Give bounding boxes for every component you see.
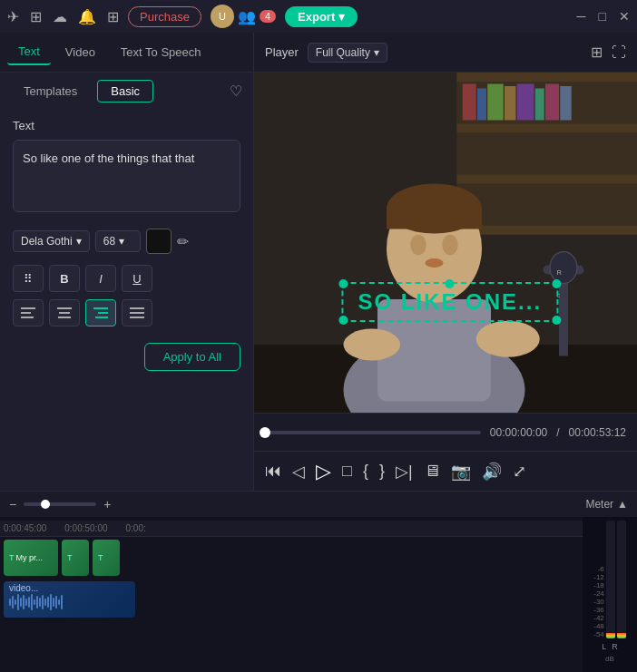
main-content: Text Video Text To Speech Templates Basi… [0,33,637,491]
wave-bar [61,595,63,609]
meter-fill-r [617,633,626,639]
apply-to-all-button[interactable]: Apply to All [144,343,240,371]
wave-bar [20,598,22,607]
italic-button[interactable]: I [85,265,116,292]
tab-video[interactable]: Video [54,40,106,64]
bold-button[interactable]: B [49,265,80,292]
track-row-text: T My pr... T T [0,537,583,579]
meter-chevron-icon: ▲ [617,498,628,511]
playhead[interactable] [260,427,270,438]
svg-rect-6 [93,307,108,309]
mark-in-button[interactable]: { [363,462,368,481]
quality-value: Full Quality [316,46,370,59]
export-button[interactable]: Export ▾ [285,6,358,27]
settings-icon[interactable]: ⤢ [513,462,526,482]
align-center-button[interactable] [49,299,80,326]
clip-video-1[interactable]: video... [4,581,135,618]
svg-point-35 [426,258,444,268]
sub-tab-basic[interactable]: Basic [97,80,153,102]
spacing-button[interactable]: ⠿ [13,265,44,292]
close-button[interactable]: ✕ [619,9,630,24]
handle-tr[interactable] [552,279,561,288]
clip-text-1[interactable]: T My pr... [4,540,58,576]
align-left-button[interactable] [13,299,44,326]
color-swatch[interactable] [146,229,172,254]
svg-rect-24 [545,84,559,121]
style-row: ⠿ B I U [0,261,253,296]
player-toolbar-right: ⊞ ⛶ [591,44,626,61]
tab-tts[interactable]: Text To Speech [110,40,212,64]
svg-rect-10 [130,312,144,314]
meter-val-2: -12 [593,574,604,581]
timeline-track[interactable] [265,431,481,434]
handle-br[interactable] [552,316,561,325]
eyedropper-icon[interactable]: ✏ [177,233,189,250]
quality-chevron-icon: ▾ [374,46,379,59]
video-text-overlay[interactable]: SO LIKE ONE... [341,282,558,322]
send-icon[interactable]: ✈ [7,8,19,25]
svg-rect-32 [387,207,482,229]
monitor-icon[interactable]: 🖥 [424,462,440,481]
align-justify-button[interactable] [122,299,152,326]
track-content: 0:00:45:00 0:00:50:00 0:00: T My pr... T… [0,517,583,672]
fullscreen-icon[interactable]: ⛶ [612,44,626,61]
handle-tl[interactable] [338,279,348,288]
svg-point-40 [550,252,577,284]
svg-rect-7 [98,312,108,314]
wave-bar [53,598,54,607]
clip-text-2[interactable]: T [62,540,89,576]
purchase-button[interactable]: Purchase [128,6,201,27]
skip-back-button[interactable]: ⏮ [265,462,281,481]
step-back-button[interactable]: ◁ [292,462,305,482]
wave-bar [31,594,33,610]
minimize-button[interactable]: ─ [577,9,586,24]
svg-rect-4 [59,312,70,314]
volume-minus-icon[interactable]: − [9,497,16,511]
volume-plus-icon[interactable]: + [103,497,111,511]
align-right-button[interactable] [85,299,116,326]
cloud-icon[interactable]: ☁ [53,8,67,25]
svg-point-33 [410,235,426,256]
handle-tc[interactable] [446,279,455,288]
playback-controls: ⏮ ◁ ▷ □ { } ▷| 🖥 📷 🔊 ⤢ [254,451,637,491]
font-selector[interactable]: Dela Gothi ▾ [13,230,90,252]
sub-tab-templates[interactable]: Templates [11,81,90,102]
meter-val-6: -36 [593,607,604,614]
text-input-area[interactable]: So like one of the things that that [13,140,240,212]
bell-icon[interactable]: 🔔 [78,8,96,25]
meter-val-8: -48 [593,623,604,630]
wave-bar [39,598,41,607]
play-button[interactable]: ▷ [316,460,331,483]
clip-text-3[interactable]: T [93,540,120,576]
svg-rect-3 [57,307,72,309]
font-name: Dela Gothi [21,235,73,248]
meter-panel: -6 -12 -18 -24 -30 -36 -42 -48 -54 [583,517,637,672]
followers-badge: 4 [260,10,276,23]
svg-rect-2 [21,317,34,318]
playback-bar: 00:00:00:00 / 00:00:53:12 [254,413,637,451]
underline-button[interactable]: U [122,265,152,292]
heart-icon[interactable]: ♡ [230,83,242,100]
size-selector[interactable]: 68 ▾ [95,230,141,252]
restore-button[interactable]: □ [599,9,606,24]
meter-r-label: R [612,642,618,651]
audio-icon[interactable]: 🔊 [482,462,502,482]
meter-val-7: -42 [593,615,604,622]
quality-selector[interactable]: Full Quality ▾ [308,43,387,63]
camera-icon[interactable]: 📷 [451,462,471,482]
svg-rect-19 [477,89,486,121]
time-separator: / [556,426,559,439]
apps-icon[interactable]: ⊞ [107,8,119,25]
stop-button[interactable]: □ [342,462,352,481]
svg-rect-18 [463,84,476,121]
tab-text[interactable]: Text [7,39,51,65]
volume-slider[interactable] [24,502,96,506]
mark-out-button[interactable]: } [379,462,385,481]
current-time: 00:00:00:00 [490,426,547,439]
followers-icon: 👥 [238,8,256,25]
insert-button[interactable]: ▷| [396,462,413,482]
layout-icon[interactable]: ⊞ [591,44,603,61]
svg-rect-9 [130,307,144,309]
grid-icon[interactable]: ⊞ [30,8,42,25]
handle-bl[interactable] [338,316,348,325]
